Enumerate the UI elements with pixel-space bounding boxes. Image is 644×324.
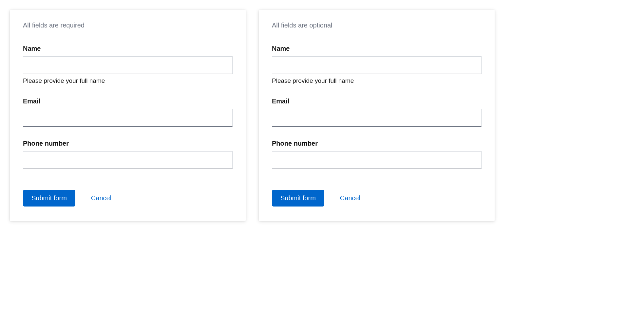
name-input[interactable] [272,56,482,74]
email-label: Email [23,98,233,105]
submit-button[interactable]: Submit form [272,190,324,207]
phone-field-group: Phone number [272,140,482,169]
form-actions: Submit form Cancel [272,190,482,207]
form-caption: All fields are required [23,22,233,29]
name-label: Name [23,45,233,52]
cancel-button[interactable]: Cancel [91,194,111,202]
phone-label: Phone number [23,140,233,147]
phone-input[interactable] [23,151,233,169]
name-label: Name [272,45,482,52]
phone-field-group: Phone number [23,140,233,169]
cancel-button[interactable]: Cancel [340,194,360,202]
email-field-group: Email [23,98,233,127]
name-helper-text: Please provide your full name [23,77,233,84]
name-input[interactable] [23,56,233,74]
submit-button[interactable]: Submit form [23,190,75,207]
email-field-group: Email [272,98,482,127]
form-caption: All fields are optional [272,22,482,29]
form-actions: Submit form Cancel [23,190,233,207]
name-field-group: Name Please provide your full name [272,45,482,84]
form-optional: All fields are optional Name Please prov… [259,10,495,221]
email-input[interactable] [23,109,233,127]
phone-label: Phone number [272,140,482,147]
email-label: Email [272,98,482,105]
form-required: All fields are required Name Please prov… [10,10,246,221]
name-helper-text: Please provide your full name [272,77,482,84]
name-field-group: Name Please provide your full name [23,45,233,84]
email-input[interactable] [272,109,482,127]
phone-input[interactable] [272,151,482,169]
